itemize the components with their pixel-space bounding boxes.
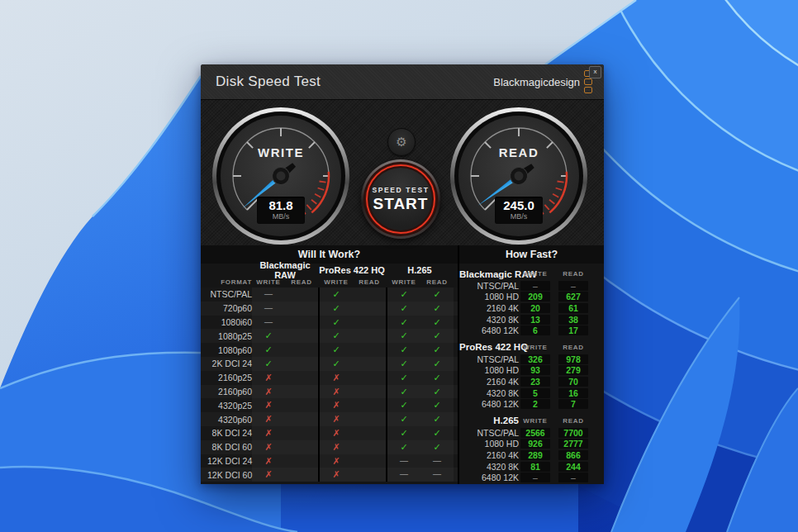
column-header: WRITE bbox=[520, 270, 550, 278]
cross-icon: ✗ bbox=[318, 454, 353, 468]
check-icon: ✓ bbox=[252, 343, 285, 357]
dash-icon: — bbox=[252, 302, 285, 316]
format-label: 2160 4K bbox=[459, 450, 519, 460]
format-label: 4320 8K bbox=[459, 315, 519, 325]
empty-cell bbox=[353, 287, 386, 302]
check-icon: ✓ bbox=[386, 302, 420, 316]
column-header: READ bbox=[558, 344, 588, 351]
speed-value: 326 bbox=[520, 354, 550, 364]
speed-test-start-button[interactable]: SPEED TEST START bbox=[361, 159, 440, 239]
format-label: 4320p25 bbox=[207, 401, 252, 411]
empty-cell bbox=[285, 357, 318, 371]
column-header: WRITE bbox=[520, 417, 550, 425]
format-label: 2160 4K bbox=[459, 377, 519, 387]
empty-cell bbox=[285, 454, 318, 468]
empty-cell bbox=[285, 426, 318, 440]
section-header: H.265WRITEREAD bbox=[459, 415, 604, 427]
format-label: NTSC/PAL bbox=[459, 428, 519, 438]
format-label: 1080i60 bbox=[207, 317, 252, 327]
write-speed-unit: MB/s bbox=[257, 212, 305, 221]
read-column-header: READ bbox=[285, 278, 318, 286]
speed-value: 7 bbox=[558, 399, 588, 409]
speed-value: 5 bbox=[520, 388, 550, 398]
speed-value: 926 bbox=[520, 439, 550, 449]
check-icon: ✓ bbox=[386, 440, 420, 454]
start-button-title: START bbox=[373, 195, 429, 213]
cross-icon: ✗ bbox=[318, 426, 353, 440]
format-label: 2160p25 bbox=[207, 373, 252, 382]
cross-icon: ✗ bbox=[318, 412, 353, 426]
speed-value: 17 bbox=[558, 325, 588, 335]
check-icon: ✓ bbox=[318, 343, 353, 357]
speed-value: 289 bbox=[520, 450, 550, 460]
dash-icon: — bbox=[420, 468, 454, 482]
read-speed-readout: 245.0 MB/s bbox=[495, 197, 543, 224]
speed-value: 627 bbox=[558, 292, 588, 302]
empty-cell bbox=[353, 426, 386, 440]
write-gauge-dial bbox=[211, 106, 351, 246]
column-header: READ bbox=[558, 270, 588, 278]
empty-cell bbox=[353, 398, 386, 412]
speed-value: 7700 bbox=[558, 428, 588, 438]
format-label: NTSC/PAL bbox=[459, 354, 519, 364]
codec-section: Blackmagic RAWWRITEREADNTSC/PAL––1080 HD… bbox=[459, 268, 604, 336]
write-column-header: WRITE bbox=[318, 278, 353, 286]
write-gauge-label: WRITE bbox=[211, 145, 351, 159]
table-row: 4320 8K516 bbox=[459, 387, 604, 399]
table-row: 1080i60—✓✓✓ bbox=[201, 316, 458, 330]
format-label: 2160p60 bbox=[207, 387, 252, 397]
format-label: 4320 8K bbox=[459, 388, 519, 398]
group-header: Blackmagic RAW bbox=[252, 260, 318, 280]
wiw-body: NTSC/PAL—✓✓✓720p60—✓✓✓1080i60—✓✓✓1080p25… bbox=[201, 287, 458, 482]
empty-cell bbox=[285, 343, 318, 357]
format-label: 1080 HD bbox=[459, 439, 519, 449]
empty-cell bbox=[285, 412, 318, 426]
check-icon: ✓ bbox=[318, 316, 353, 330]
column-header: READ bbox=[558, 417, 588, 425]
write-speed-value: 81.8 bbox=[257, 198, 305, 212]
write-speed-readout: 81.8 MB/s bbox=[257, 197, 305, 224]
table-row: 1080 HD209627 bbox=[459, 292, 604, 303]
empty-cell bbox=[353, 454, 386, 468]
write-gauge: WRITE 81.8 MB/s bbox=[211, 106, 351, 246]
table-row: 2160 4K2370 bbox=[459, 376, 604, 387]
empty-cell bbox=[353, 316, 386, 330]
hf-body: Blackmagic RAWWRITEREADNTSC/PAL––1080 HD… bbox=[459, 264, 604, 483]
dash-icon: — bbox=[252, 287, 285, 302]
codec-group-headers: Blackmagic RAW ProRes 422 HQ H.265 bbox=[252, 264, 458, 276]
close-button[interactable]: x bbox=[589, 66, 601, 78]
format-label: 2160 4K bbox=[459, 303, 519, 313]
table-row: 4320 8K1338 bbox=[459, 314, 604, 325]
column-headers: FORMAT WRITE READ WRITE READ WRITE READ bbox=[201, 276, 458, 287]
table-row: NTSC/PAL—✓✓✓ bbox=[201, 287, 458, 302]
read-gauge: READ 245.0 MB/s bbox=[449, 106, 589, 246]
read-speed-value: 245.0 bbox=[495, 198, 543, 212]
table-row: 4320p60✗✗✓✓ bbox=[201, 412, 458, 426]
table-row: 1080 HD93279 bbox=[459, 365, 604, 377]
section-title: H.265 bbox=[459, 416, 519, 425]
table-row: 1080p60✓✓✓✓ bbox=[201, 343, 458, 357]
table-row: 2160p25✗✗✓✓ bbox=[201, 371, 458, 385]
speed-value: – bbox=[558, 473, 588, 482]
table-row: 6480 12K27 bbox=[459, 398, 604, 410]
column-header: WRITE bbox=[520, 344, 550, 351]
format-label: 1080 HD bbox=[459, 292, 519, 302]
speed-value: 70 bbox=[558, 377, 588, 387]
speed-value: 16 bbox=[558, 388, 588, 398]
window-title: Disk Speed Test bbox=[216, 74, 321, 90]
speed-value: 2566 bbox=[520, 428, 550, 438]
speed-value: 6 bbox=[520, 325, 550, 335]
empty-cell bbox=[353, 440, 386, 454]
table-row: NTSC/PAL25667700 bbox=[459, 427, 604, 439]
will-it-work-title: Will It Work? bbox=[201, 245, 458, 264]
check-icon: ✓ bbox=[386, 316, 420, 330]
empty-cell bbox=[353, 343, 386, 357]
speed-value: 13 bbox=[520, 315, 550, 325]
settings-gear-button[interactable]: ⚙ bbox=[387, 128, 416, 156]
codec-section: H.265WRITEREADNTSC/PAL256677001080 HD926… bbox=[459, 415, 604, 483]
format-label: 8K DCI 24 bbox=[207, 428, 252, 438]
empty-cell bbox=[285, 302, 318, 316]
cross-icon: ✗ bbox=[252, 412, 285, 426]
brand: Blackmagicdesign bbox=[493, 64, 592, 99]
format-label: 6480 12K bbox=[459, 399, 519, 409]
